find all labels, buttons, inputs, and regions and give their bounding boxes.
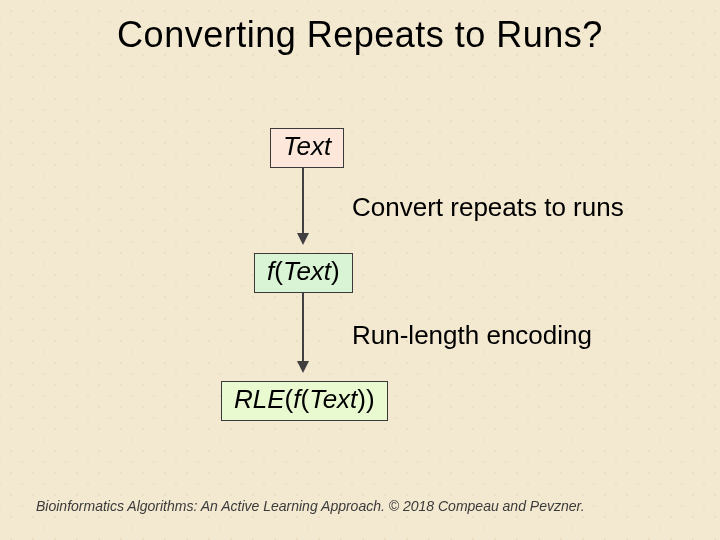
step-label-convert: Convert repeats to runs bbox=[352, 192, 624, 223]
node-f-close: ) bbox=[331, 256, 340, 286]
node-rle-close: ) bbox=[366, 384, 375, 414]
node-f-inner: Text bbox=[283, 256, 331, 286]
node-rle-open2: ( bbox=[300, 384, 309, 414]
arrow-text-to-f bbox=[297, 167, 309, 247]
slide-title: Converting Repeats to Runs? bbox=[0, 14, 720, 56]
node-rle-prefix: RLE bbox=[234, 384, 285, 414]
node-rle-open: ( bbox=[285, 384, 294, 414]
node-text: Text bbox=[270, 128, 344, 168]
arrow-f-to-rle bbox=[297, 293, 309, 375]
node-f-open: ( bbox=[274, 256, 283, 286]
node-rle-inner: Text bbox=[309, 384, 357, 414]
svg-marker-1 bbox=[297, 233, 309, 245]
svg-marker-3 bbox=[297, 361, 309, 373]
node-rle: RLE(f(Text)) bbox=[221, 381, 388, 421]
node-rle-close2: ) bbox=[357, 384, 366, 414]
node-f-text: f(Text) bbox=[254, 253, 353, 293]
slide-footer: Bioinformatics Algorithms: An Active Lea… bbox=[36, 498, 684, 514]
step-label-rle: Run-length encoding bbox=[352, 320, 592, 351]
